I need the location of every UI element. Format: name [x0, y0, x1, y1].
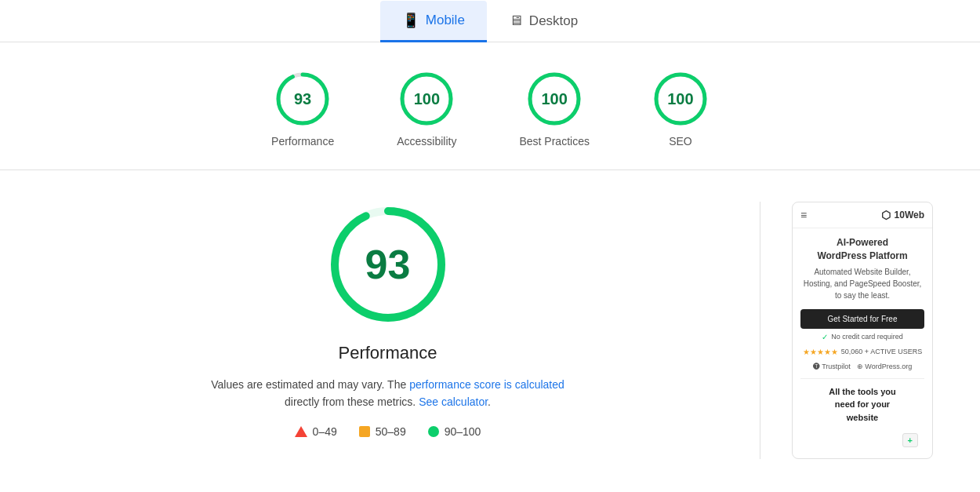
main-content: 93 Performance Values are estimated and … [0, 170, 980, 483]
score-num-seo: 100 [667, 90, 693, 108]
ad-footer-line3: website [847, 413, 878, 422]
ad-subtitle: Automated Website Builder, Hosting, and … [800, 266, 924, 301]
big-performance-circle: 93 [325, 202, 451, 327]
desc-suffix: . [488, 395, 491, 408]
ad-logo-icon: ⬡ [881, 209, 891, 221]
legend-red-range: 0–49 [313, 425, 337, 438]
score-label-seo: SEO [669, 135, 692, 148]
ad-no-card-text: No credit card required [831, 333, 903, 341]
legend-green: 90–100 [428, 425, 481, 438]
tab-mobile[interactable]: 📱 Mobile [380, 1, 487, 42]
calc-link[interactable]: See calculator [419, 395, 488, 408]
score-label-performance: Performance [271, 135, 334, 148]
ad-header: ≡ ⬡ 10Web [793, 202, 932, 228]
ad-footer-line2: need for your [835, 399, 890, 409]
ad-expand-button[interactable]: + [902, 433, 918, 447]
desc-prefix: Values are estimated and may vary. The [211, 378, 409, 391]
ad-divider [800, 378, 924, 379]
red-triangle-icon [295, 426, 307, 437]
wordpress-badge: ⊕ WordPress.org [857, 363, 912, 370]
tab-desktop-label: Desktop [529, 13, 578, 29]
ad-title-line2: WordPress Platform [817, 250, 907, 261]
ad-panel: ≡ ⬡ 10Web AI-Powered WordPress Platform … [792, 202, 933, 459]
ad-title-line1: AI-Powered [837, 237, 888, 248]
checkmark-icon: ✓ [822, 333, 828, 341]
mobile-icon: 📱 [402, 12, 419, 29]
score-item-accessibility: 100 Accessibility [397, 71, 456, 148]
ad-footer-text: All the tools you need for your website [800, 385, 924, 431]
ad-ratings: ★★★★★ 50,060 + ACTIVE USERS [800, 348, 924, 356]
ad-body: AI-Powered WordPress Platform Automated … [793, 228, 932, 458]
tab-mobile-label: Mobile [426, 13, 465, 28]
ad-expand: + [800, 430, 924, 452]
score-summary: 93 Performance 100 Accessibility 100 Bes… [0, 42, 980, 170]
score-circle-accessibility: 100 [398, 71, 455, 127]
orange-square-icon [359, 426, 370, 437]
ad-cta-button[interactable]: Get Started for Free [800, 309, 924, 329]
perf-score-link[interactable]: performance score is calculated [409, 378, 564, 391]
score-item-performance: 93 Performance [271, 71, 334, 148]
score-num-accessibility: 100 [414, 90, 440, 108]
trustpilot-badge: 🅣 Trustpilot [813, 363, 851, 370]
score-item-seo: 100 SEO [652, 71, 709, 148]
ad-logo-text: 10Web [895, 210, 924, 220]
ad-badges: 🅣 Trustpilot ⊕ WordPress.org [800, 363, 924, 370]
score-label-accessibility: Accessibility [397, 135, 456, 148]
desktop-icon: 🖥 [509, 13, 523, 29]
ad-stars: ★★★★★ [803, 348, 838, 356]
tab-desktop[interactable]: 🖥 Desktop [487, 2, 600, 42]
score-circle-performance: 93 [274, 71, 331, 127]
performance-title: Performance [339, 343, 437, 363]
ad-title: AI-Powered WordPress Platform [800, 236, 924, 263]
score-item-best-practices: 100 Best Practices [519, 71, 589, 148]
left-panel: 93 Performance Values are estimated and … [47, 202, 728, 438]
ad-count: 50,060 + ACTIVE USERS [841, 348, 922, 355]
score-label-best-practices: Best Practices [519, 135, 589, 148]
ad-no-card: ✓ No credit card required [800, 333, 924, 341]
score-num-performance: 93 [294, 90, 311, 108]
desc-mid: directly from these metrics. [285, 395, 419, 408]
score-circle-best-practices: 100 [526, 71, 583, 127]
vertical-divider [760, 202, 760, 459]
legend-orange: 50–89 [359, 425, 406, 438]
legend-red: 0–49 [295, 425, 337, 438]
big-score-number: 93 [365, 241, 411, 288]
legend-orange-range: 50–89 [376, 425, 406, 438]
ad-menu-icon[interactable]: ≡ [800, 209, 807, 221]
score-num-best-practices: 100 [542, 90, 568, 108]
green-circle-icon [428, 426, 439, 437]
ad-logo: ⬡ 10Web [881, 209, 924, 221]
score-legend: 0–49 50–89 90–100 [295, 425, 481, 438]
score-circle-seo: 100 [652, 71, 709, 127]
legend-green-range: 90–100 [445, 425, 481, 438]
performance-description: Values are estimated and may vary. The p… [200, 376, 576, 411]
tab-bar: 📱 Mobile 🖥 Desktop [0, 0, 980, 42]
ad-footer-line1: All the tools you [829, 387, 896, 396]
